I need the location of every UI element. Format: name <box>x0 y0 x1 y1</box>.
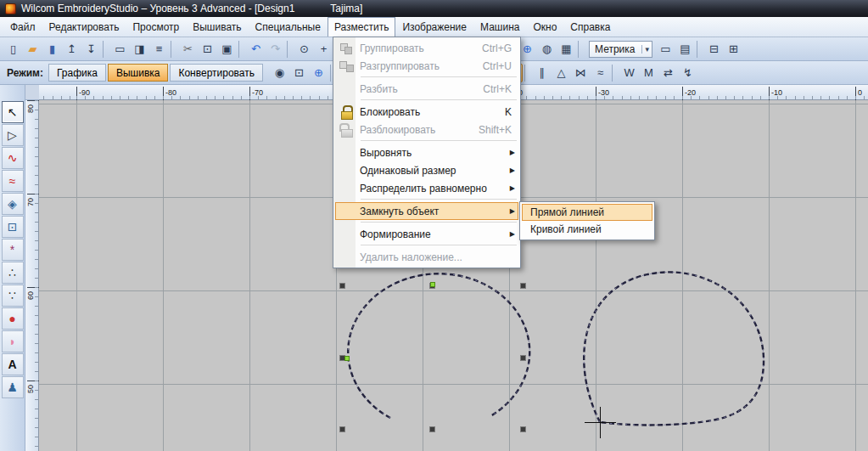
ruler-tick: -30 <box>596 86 609 99</box>
menu-window[interactable]: Окно <box>526 17 563 37</box>
main-toolbar-icons-right: ▭▤⊟⊞ <box>656 40 743 59</box>
menu-file[interactable]: Файл <box>3 17 42 37</box>
graphics-mode-button[interactable]: Графика <box>48 64 106 82</box>
selection-handle[interactable] <box>520 426 526 432</box>
menu-special[interactable]: Специальные <box>249 17 328 37</box>
pan-icon[interactable]: + <box>314 40 333 59</box>
mirror-icon[interactable]: ⋈ <box>571 64 591 82</box>
ruler-tick: -90 <box>76 86 90 99</box>
chevron-down-icon[interactable]: ▾ <box>641 45 649 54</box>
monogram-m-icon[interactable]: M <box>639 64 658 82</box>
open-circle-stitch-object[interactable] <box>348 273 529 418</box>
toolbar-separator <box>578 41 584 58</box>
menu-item-align[interactable]: Выровнять ▶ <box>335 144 518 161</box>
slant-icon[interactable]: ∥ <box>532 64 552 82</box>
lettering-tool[interactable]: A <box>2 353 24 375</box>
reshape-tool[interactable]: ▷ <box>2 124 24 146</box>
submenu-arrow-icon: ▶ <box>507 149 515 156</box>
ruler-tick: 70 <box>25 194 39 211</box>
menu-item-unlock[interactable]: Разблокировать Shift+K <box>335 121 518 138</box>
grid-icon[interactable]: ▦ <box>557 40 576 59</box>
print-icon[interactable]: ▭ <box>110 40 130 59</box>
redo-icon[interactable]: ↷ <box>266 40 285 59</box>
node-add-tool[interactable]: ∴ <box>2 262 24 284</box>
window-title-document: Tajima] <box>330 3 362 14</box>
toolbar-separator <box>238 41 244 58</box>
paste-icon[interactable]: ▣ <box>217 40 237 59</box>
window-title: Wilcom EmbroideryStudio – Уровень 3 Adva… <box>21 3 294 14</box>
design-properties-icon[interactable]: ≡ <box>149 40 169 59</box>
submenu-item-straight-line[interactable]: Прямой линией <box>522 204 652 221</box>
transform-tool[interactable]: ⊡ <box>2 216 24 238</box>
monogram-w-icon[interactable]: W <box>619 64 639 82</box>
menu-item-break-apart[interactable]: Разбить Ctrl+K <box>335 80 518 98</box>
submenu-arrow-icon: ▶ <box>507 230 515 238</box>
wave-icon[interactable]: ≈ <box>591 64 610 82</box>
menu-item-close-object[interactable]: Замкнуть объект ▶ <box>335 202 518 220</box>
convert-button[interactable]: Конвертировать <box>170 64 263 82</box>
menu-item-lock[interactable]: Блокировать K <box>335 103 518 121</box>
new-document-icon[interactable]: ▯ <box>3 40 23 59</box>
metrica-combo-label: Метрика <box>595 43 635 55</box>
copy-icon[interactable]: ⊡ <box>198 40 217 59</box>
save-icon[interactable]: ▮ <box>42 40 62 59</box>
mode-buttons: ГрафикаВышивкаКонвертировать <box>48 64 263 82</box>
menu-image[interactable]: Изображение <box>395 17 473 37</box>
menu-item-same-size[interactable]: Одинаковый размер ▶ <box>335 161 518 179</box>
menu-machine[interactable]: Машина <box>473 17 526 37</box>
tile-horizontal-icon[interactable]: ⊟ <box>704 40 724 59</box>
menu-item-ungroup[interactable]: Разгруппировать Ctrl+U <box>335 57 518 75</box>
menu-item-group[interactable]: Группировать Ctrl+G <box>335 39 518 57</box>
menu-item-remove-overlap[interactable]: Удалить наложение... <box>335 248 518 266</box>
zoom-icon[interactable]: ⊙ <box>294 40 314 59</box>
tile-vertical-icon[interactable]: ⊞ <box>724 40 743 59</box>
stitch-wave-tool[interactable]: ≈ <box>2 170 24 192</box>
print-preview-icon[interactable]: ◨ <box>130 40 149 59</box>
toolbar-separator <box>103 41 109 58</box>
machine-globe-icon[interactable]: ⊕ <box>309 64 328 82</box>
hoop-icon[interactable]: ◍ <box>537 40 557 59</box>
app-icon <box>5 3 16 14</box>
arrange-menu-dropdown: Группировать Ctrl+G Разгруппировать Ctrl… <box>333 37 521 268</box>
menu-arrange[interactable]: Разместить <box>328 17 396 37</box>
properties-icon[interactable]: ▤ <box>675 40 695 59</box>
unlock-icon <box>339 123 354 137</box>
selection-handle[interactable] <box>429 426 435 432</box>
swap-icon[interactable]: ⇄ <box>658 64 678 82</box>
metrica-combo[interactable]: Метрика ▾ <box>589 41 652 58</box>
menu-view[interactable]: Просмотр <box>126 17 186 37</box>
open-folder-icon[interactable]: ▰ <box>23 40 42 59</box>
star-node-tool[interactable]: * <box>2 239 24 261</box>
import-icon[interactable]: ↧ <box>81 40 101 59</box>
dome-stitch-object[interactable] <box>584 272 764 425</box>
embroidery-mode-button[interactable]: Вышивка <box>108 64 169 82</box>
run-stitch-tool[interactable]: ∿ <box>2 147 24 169</box>
ruler-tick: -80 <box>163 86 176 99</box>
menu-item-shaping[interactable]: Формирование ▶ <box>335 225 518 243</box>
menu-help[interactable]: Справка <box>563 17 617 37</box>
team-names-tool[interactable]: ♟ <box>2 376 24 398</box>
hoop-frame-icon[interactable]: ◉ <box>270 64 289 82</box>
menu-bar: ФайлРедактироватьПросмотрВышиватьСпециал… <box>0 17 868 37</box>
selection-handle[interactable] <box>520 355 526 361</box>
shape-fill-tool[interactable]: ◗ <box>2 330 24 352</box>
ellipse-tool[interactable]: ● <box>2 307 24 330</box>
node-delete-tool[interactable]: ∵ <box>2 285 24 307</box>
cut-icon[interactable]: ✂ <box>178 40 198 59</box>
menu-stitch[interactable]: Вышивать <box>186 17 248 37</box>
shape-tool[interactable]: ◈ <box>2 193 24 215</box>
submenu-item-curved-line[interactable]: Кривой линией <box>522 221 652 238</box>
menu-item-distribute[interactable]: Распределить равномерно ▶ <box>335 179 518 197</box>
selection-handle[interactable] <box>520 283 526 289</box>
print-settings-icon[interactable]: ▭ <box>656 40 675 59</box>
selection-handle[interactable] <box>339 426 345 432</box>
selection-handle[interactable] <box>339 283 345 289</box>
menu-edit[interactable]: Редактировать <box>42 17 126 37</box>
stitch-view-icon[interactable]: ⊡ <box>289 64 309 82</box>
undo-icon[interactable]: ↶ <box>246 40 266 59</box>
select-tool[interactable]: ↖ <box>2 101 24 123</box>
ruler-tick: -70 <box>249 86 263 99</box>
export-icon[interactable]: ↥ <box>62 40 81 59</box>
outline-icon[interactable]: △ <box>552 64 571 82</box>
stitch-flash-icon[interactable]: ↯ <box>678 64 697 82</box>
